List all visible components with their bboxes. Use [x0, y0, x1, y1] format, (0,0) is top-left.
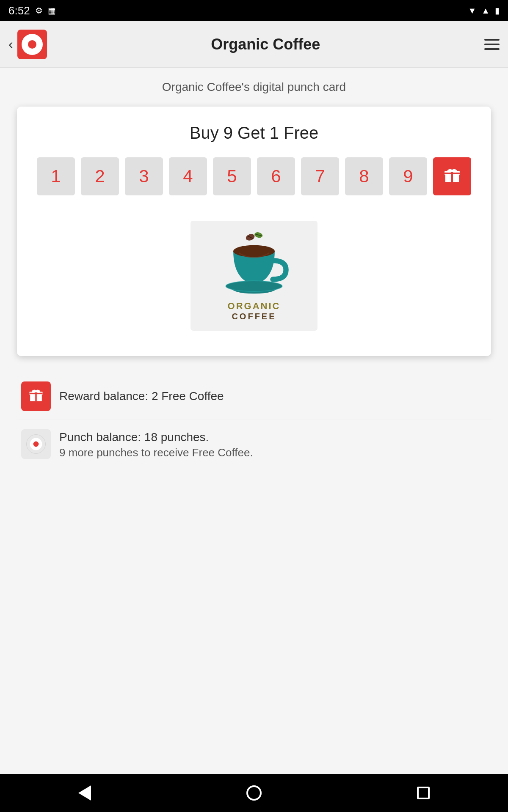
nav-recent-icon: [417, 787, 430, 799]
punch-slot-5: 5: [213, 157, 251, 195]
app-bar: ‹ Organic Coffee: [0, 21, 508, 68]
page-subtitle: Organic Coffee's digital punch card: [17, 80, 491, 94]
app-logo: [17, 30, 47, 59]
reward-icon-box: [21, 381, 51, 411]
brand-coffee: COFFEE: [228, 312, 281, 321]
punch-more-text: 9 more punches to receive Free Coffee.: [59, 446, 253, 459]
svg-point-11: [233, 245, 275, 257]
punch-balance-texts: Punch balance: 18 punches. 9 more punche…: [59, 428, 253, 459]
punch-slot-2: 2: [81, 157, 119, 195]
nav-recent-button[interactable]: [411, 780, 436, 806]
nav-back-icon: [78, 785, 91, 801]
status-time: 6:52: [8, 4, 30, 17]
coffee-logo-area: ORGANIC COFFEE: [30, 212, 478, 339]
punch-slot-4: 4: [169, 157, 207, 195]
battery-icon: ▮: [495, 5, 500, 16]
svg-rect-17: [29, 393, 42, 394]
punch-slot-9: 9: [389, 157, 427, 195]
punch-card: Buy 9 Get 1 Free 1 2 3 4 5 6 7 8 9: [17, 107, 491, 356]
status-bar-right: ▼ ▲ ▮: [468, 5, 500, 16]
punch-slot-7: 7: [301, 157, 339, 195]
nav-home-button[interactable]: [241, 780, 267, 806]
logo-dot: [28, 40, 36, 49]
logo-circle: [22, 34, 43, 55]
punch-slot-8: 8: [345, 157, 383, 195]
menu-line-3: [484, 48, 500, 50]
gift-icon: [443, 165, 461, 188]
main-content: Organic Coffee's digital punch card Buy …: [0, 68, 508, 774]
brand-organic: ORGANIC: [228, 301, 281, 312]
punch-icon-box: [21, 429, 51, 459]
menu-line-1: [484, 39, 500, 41]
coffee-brand-text: ORGANIC COFFEE: [228, 301, 281, 321]
status-bar-left: 6:52 ⚙ ▦: [8, 4, 56, 17]
wifi-icon: ▼: [468, 6, 476, 16]
punch-slot-3: 3: [125, 157, 163, 195]
reward-balance-row: Reward balance: 2 Free Coffee: [17, 373, 491, 420]
nav-bar: [0, 774, 508, 812]
menu-button[interactable]: [484, 39, 500, 50]
coffee-logo-box: ORGANIC COFFEE: [190, 221, 318, 331]
status-bar: 6:52 ⚙ ▦ ▼ ▲ ▮: [0, 0, 508, 21]
back-button[interactable]: ‹: [8, 36, 13, 52]
app-bar-left: ‹: [8, 30, 47, 59]
punch-card-title: Buy 9 Get 1 Free: [30, 123, 478, 143]
svg-point-20: [35, 390, 37, 392]
nav-home-icon: [246, 785, 262, 801]
punch-balance-text: Punch balance: 18 punches.: [59, 428, 253, 446]
app-title: Organic Coffee: [211, 36, 320, 53]
punch-slot-6: 6: [257, 157, 295, 195]
coffee-cup-svg: [212, 230, 296, 298]
svg-rect-3: [444, 173, 460, 174]
punch-slot-1: 1: [37, 157, 75, 195]
punch-logo-icon: [26, 434, 46, 454]
punch-slot-gift: [433, 157, 471, 195]
svg-point-6: [451, 170, 453, 172]
punch-numbers-row: 1 2 3 4 5 6 7 8 9: [30, 157, 478, 195]
settings-icon: ⚙: [35, 5, 43, 16]
sim-icon: ▦: [48, 5, 56, 16]
signal-icon: ▲: [481, 6, 490, 16]
reward-gift-icon: [28, 387, 44, 406]
svg-point-23: [33, 441, 39, 447]
menu-line-2: [484, 44, 500, 45]
nav-back-button[interactable]: [72, 780, 97, 806]
punch-balance-row: Punch balance: 18 punches. 9 more punche…: [17, 420, 491, 468]
reward-balance-text: Reward balance: 2 Free Coffee: [59, 387, 224, 405]
